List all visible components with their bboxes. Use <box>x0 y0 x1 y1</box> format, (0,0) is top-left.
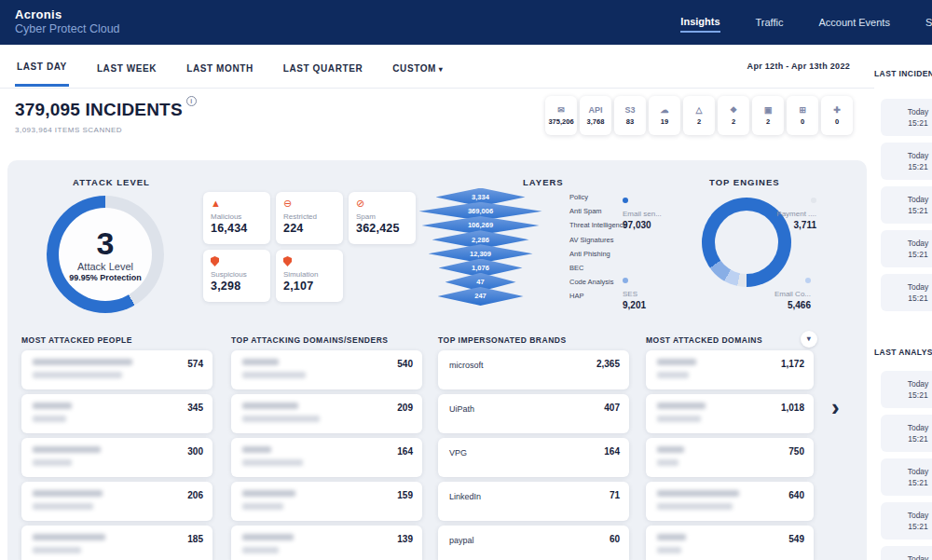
last-analysis-title: LAST ANALYSIS <box>874 348 932 357</box>
source-chip[interactable]: ❖2 <box>718 96 749 135</box>
analysis-card[interactable]: Today15:21 <box>881 458 932 496</box>
threat-card-suspicious[interactable]: Suspicious3,298 <box>203 250 270 302</box>
threat-card-spam[interactable]: ⊘Spam362,425 <box>349 192 416 244</box>
analysis-card[interactable]: Today15:21 <box>881 502 932 540</box>
list-item[interactable]: 540 <box>231 350 422 389</box>
funnel-diamond-wrap: 247 <box>408 287 553 306</box>
tab-last-week[interactable]: LAST WEEK <box>95 48 158 86</box>
incident-card[interactable]: Today15:21 <box>881 186 932 224</box>
nav-item-account-events[interactable]: Account Events <box>818 13 889 32</box>
side-card-time: 15:21 <box>908 434 927 444</box>
list-item[interactable]: 164VPG <box>438 438 629 477</box>
source-chip[interactable]: △2 <box>683 96 715 135</box>
redacted-text <box>242 372 306 378</box>
list-item[interactable]: 1,018 <box>646 394 814 433</box>
side-card-time: 15:21 <box>908 390 927 400</box>
threat-card-simulation[interactable]: Simulation2,107 <box>276 250 343 302</box>
list-item[interactable]: 407UiPath <box>438 394 629 433</box>
funnel-row-label: BEC <box>569 264 583 272</box>
source-chip[interactable]: ✚0 <box>821 96 853 135</box>
list-item[interactable]: 164 <box>231 438 422 477</box>
threat-card-restricted[interactable]: ⊖Restricted224 <box>276 192 343 244</box>
period-tabs-row: LAST DAYLAST WEEKLAST MONTHLAST QUARTERC… <box>0 45 932 89</box>
nav-item-traffic[interactable]: Traffic <box>756 13 784 32</box>
legend-label: Email sen... <box>623 210 706 218</box>
api-icon: API <box>588 106 602 115</box>
funnel-row-label: Anti Spam <box>569 207 602 215</box>
source-chip[interactable]: S383 <box>614 96 646 135</box>
redacted-text <box>657 459 678 466</box>
next-page-arrow[interactable]: › <box>831 395 840 419</box>
drive-icon: △ <box>696 106 703 115</box>
list-item-value: 206 <box>187 490 203 500</box>
tab-last-day[interactable]: LAST DAY <box>15 47 69 87</box>
brand-logo[interactable]: Acronis Cyber Protect Cloud <box>15 7 120 37</box>
analysis-card[interactable]: Today15:21 <box>881 546 932 560</box>
redacted-text <box>33 490 103 497</box>
source-chip-value: 19 <box>661 117 668 126</box>
list-item[interactable]: 1,172 <box>646 350 814 389</box>
info-icon[interactable]: i <box>186 96 197 106</box>
analysis-card[interactable]: Today15:21 <box>881 371 932 408</box>
list-item[interactable]: 185 <box>21 526 212 560</box>
nav-item-scan[interactable]: Scan <box>925 13 932 32</box>
side-card-time: 15:21 <box>908 206 927 215</box>
redacted-text <box>657 372 689 378</box>
threat-cards: ▲Malicious16,434⊖Restricted224⊘Spam362,4… <box>203 192 416 302</box>
storage-icon: ⊞ <box>799 106 806 115</box>
redacted-text <box>33 446 101 453</box>
shield-shape <box>211 256 219 266</box>
threat-card-label: Restricted <box>283 212 336 221</box>
list-item[interactable]: 71LinkedIn <box>438 482 629 521</box>
list-column: MOST ATTACKED DOMAINS▾1,1721,01875064054… <box>646 335 814 560</box>
source-chip[interactable]: ⊞0 <box>787 96 818 135</box>
incident-card[interactable]: Today15:21 <box>881 230 932 267</box>
nav-item-insights[interactable]: Insights <box>680 12 720 33</box>
minus-circle-icon: ⊖ <box>283 198 336 210</box>
list-item[interactable]: 159 <box>231 482 422 521</box>
list-item-value: 71 <box>610 490 620 500</box>
incident-card[interactable]: Today15:21 <box>881 274 932 311</box>
side-card-day: Today <box>908 239 929 248</box>
source-chips: ✉375,206API3,768S383☁19△2❖2▣2⊞0✚0 <box>545 96 853 135</box>
list-item[interactable]: 2,365microsoft <box>438 350 629 389</box>
incident-card[interactable]: Today15:21 <box>881 143 932 180</box>
list-item[interactable]: 549 <box>646 526 814 560</box>
shield-icon <box>211 256 263 267</box>
source-chip[interactable]: API3,768 <box>580 96 611 135</box>
tab-last-quarter[interactable]: LAST QUARTER <box>281 48 365 86</box>
attack-level-gauge: 3 Attack Level 99.95% Protection <box>47 196 164 313</box>
plus-icon: ✚ <box>833 106 841 115</box>
list-item[interactable]: 345 <box>21 394 212 433</box>
source-chip[interactable]: ☁19 <box>649 96 680 135</box>
side-card-time: 15:21 <box>908 162 927 171</box>
funnel-diamond[interactable]: 247 <box>438 287 524 306</box>
list-item[interactable]: 206 <box>21 482 212 521</box>
threat-card-value: 3,298 <box>211 280 263 293</box>
list-item[interactable]: 300 <box>21 438 212 477</box>
funnel-row: 247HAP <box>408 289 627 303</box>
prohibited-icon: ⊘ <box>356 198 408 210</box>
threat-card-malicious[interactable]: ▲Malicious16,434 <box>203 192 270 244</box>
chevron-down-icon[interactable]: ▾ <box>801 331 817 348</box>
side-card-time: 15:21 <box>908 478 927 487</box>
legend-value: 3,711 <box>733 220 816 230</box>
source-chip-value: 0 <box>835 117 839 126</box>
brand-name: Acronis <box>15 7 120 22</box>
source-chip[interactable]: ▣2 <box>752 96 784 135</box>
list-item[interactable]: 640 <box>646 482 814 521</box>
tab-custom[interactable]: CUSTOM ▾ <box>391 48 445 86</box>
source-chip[interactable]: ✉375,206 <box>545 96 577 135</box>
list-item-value: 159 <box>397 490 413 500</box>
list-item[interactable]: 139 <box>231 526 422 560</box>
list-item[interactable]: 209 <box>231 394 422 433</box>
legend-value: 5,466 <box>727 300 811 310</box>
list-item[interactable]: 750 <box>646 438 814 477</box>
redacted-text <box>33 503 93 510</box>
analysis-card[interactable]: Today15:21 <box>881 415 932 452</box>
list-item[interactable]: 60paypal <box>438 526 629 560</box>
attack-level-title: ATTACK LEVEL <box>73 177 150 187</box>
list-item[interactable]: 574 <box>21 350 212 389</box>
tab-last-month[interactable]: LAST MONTH <box>185 48 255 86</box>
incident-card[interactable]: Today15:21 <box>881 99 932 136</box>
